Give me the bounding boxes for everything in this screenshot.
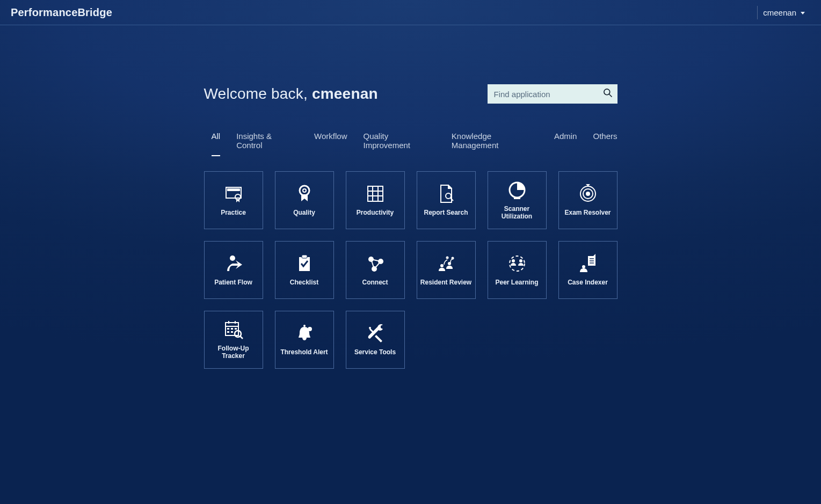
tile-productivity[interactable]: Productivity [346, 171, 405, 229]
ribbon-icon [294, 183, 315, 204]
main-content: Welcome back, cmeenan AllInsights & Cont… [204, 84, 617, 369]
tab-label: Knowledge Management [452, 132, 499, 150]
tab-label: Others [593, 132, 617, 141]
tabs: AllInsights & ControlWorkflowQuality Imp… [204, 132, 617, 156]
tab-admin[interactable]: Admin [554, 132, 577, 156]
search-wrap [488, 84, 617, 104]
tile-connect[interactable]: Connect [346, 241, 405, 299]
clipboard-check-icon [294, 253, 315, 274]
tile-label: Service Tools [354, 348, 396, 356]
tile-report-search[interactable]: Report Search [417, 171, 476, 229]
brand-title: PerformanceBridge [11, 6, 112, 19]
tile-resident-review[interactable]: Resident Review [417, 241, 476, 299]
tile-label: Patient Flow [214, 279, 252, 286]
calendar-grid-icon [365, 183, 386, 204]
user-name: cmeenan [763, 8, 796, 17]
bell-alert-icon [294, 323, 315, 344]
tile-service-tools[interactable]: Service Tools [346, 311, 405, 369]
tile-label: Resident Review [420, 279, 471, 286]
flow-person-icon [223, 253, 244, 274]
tile-label: Follow-Up Tracker [207, 345, 260, 360]
tab-workflow[interactable]: Workflow [314, 132, 347, 156]
search-icon[interactable] [602, 87, 613, 100]
header: PerformanceBridge cmeenan [0, 0, 821, 25]
search-input[interactable] [488, 84, 617, 104]
tile-label: Quality [293, 209, 315, 216]
tile-peer-learning[interactable]: Peer Learning [488, 241, 547, 299]
tile-label: Productivity [357, 209, 394, 216]
tile-exam-resolver[interactable]: Exam Resolver [558, 171, 617, 229]
certificate-icon [223, 183, 244, 204]
tile-quality-app[interactable]: Quality [275, 171, 334, 229]
tile-label: Peer Learning [495, 279, 538, 286]
tile-scanner-util[interactable]: Scanner Utilization [488, 171, 547, 229]
index-flag-icon [577, 253, 599, 274]
chevron-down-icon [801, 12, 805, 14]
tile-checklist[interactable]: Checklist [275, 241, 334, 299]
tile-patient-flow[interactable]: Patient Flow [204, 241, 263, 299]
welcome-row: Welcome back, cmeenan [204, 84, 617, 104]
welcome-text: Welcome back, cmeenan [204, 85, 378, 103]
tab-label: All [212, 132, 221, 141]
tab-all[interactable]: All [212, 132, 221, 156]
tab-label: Quality Improvement [364, 132, 411, 150]
tile-followup[interactable]: Follow-Up Tracker [204, 311, 263, 369]
tab-label: Insights & Control [236, 132, 272, 150]
gauge-icon [506, 179, 528, 201]
tile-label: Connect [362, 279, 388, 286]
tile-case-indexer[interactable]: Case Indexer [558, 241, 617, 299]
tile-practice[interactable]: Practice [204, 171, 263, 229]
tile-label: Exam Resolver [564, 209, 611, 216]
target-icon [577, 183, 599, 204]
tile-label: Report Search [424, 209, 468, 216]
tile-threshold[interactable]: Threshold Alert [275, 311, 334, 369]
tab-quality[interactable]: Quality Improvement [364, 132, 435, 156]
tools-icon [365, 323, 386, 344]
tile-label: Checklist [290, 279, 318, 286]
welcome-prefix: Welcome back, [204, 85, 312, 102]
app-grid: PracticeQualityProductivityReport Search… [204, 171, 617, 369]
calendar-search-icon [223, 319, 244, 340]
tab-insights[interactable]: Insights & Control [236, 132, 298, 156]
svg-line-56 [609, 94, 612, 97]
people-circle-icon [506, 253, 528, 274]
network-icon [365, 253, 386, 274]
tab-label: Admin [554, 132, 577, 141]
tile-label: Case Indexer [568, 279, 608, 286]
app-root: PerformanceBridge cmeenan Welcome back, … [0, 0, 821, 504]
tile-label: Threshold Alert [280, 348, 328, 356]
tab-others[interactable]: Others [593, 132, 617, 156]
tab-label: Workflow [314, 132, 347, 141]
file-search-icon [435, 183, 457, 204]
tab-knowledge[interactable]: Knowledge Management [452, 132, 538, 156]
welcome-username: cmeenan [312, 85, 378, 102]
tile-label: Scanner Utilization [490, 205, 544, 221]
people-review-icon [435, 253, 457, 274]
svg-point-55 [604, 89, 609, 95]
tile-label: Practice [221, 209, 246, 216]
user-menu[interactable]: cmeenan [757, 6, 810, 19]
